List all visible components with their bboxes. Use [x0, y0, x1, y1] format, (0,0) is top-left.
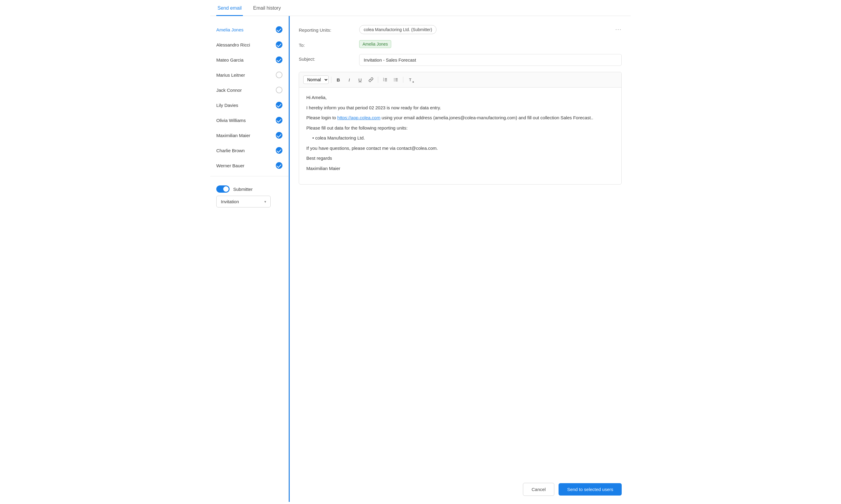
subject-row: Subject:	[299, 54, 622, 66]
body-line-2: Please login to https://app.colea.com us…	[306, 114, 614, 122]
editor-body[interactable]: Hi Amelia, I hereby inform you that peri…	[299, 88, 621, 184]
underline-button[interactable]: U	[356, 75, 364, 84]
svg-point-11	[394, 80, 395, 81]
unordered-list-button[interactable]	[392, 75, 400, 84]
to-tag: Amelia Jones	[359, 40, 391, 48]
user-item-maximilian-maier[interactable]: Maximilian Maier	[210, 128, 288, 143]
user-checkbox[interactable]	[276, 41, 283, 48]
user-name: Werner Bauer	[216, 163, 244, 168]
clear-format-button[interactable]: Tx	[406, 75, 415, 84]
ordered-list-button[interactable]: 1. 2. 3.	[381, 75, 390, 84]
user-name: Alessandro Ricci	[216, 42, 250, 48]
user-item-werner-bauer[interactable]: Werner Bauer	[210, 158, 288, 173]
user-item-amelia-jones[interactable]: Amelia Jones	[210, 22, 288, 37]
bullet-list: colea Manufactoring Ltd.	[312, 134, 614, 142]
send-button[interactable]: Send to selected users	[558, 483, 622, 496]
italic-button[interactable]: I	[345, 75, 354, 84]
signature-line: Maximilian Maier	[306, 165, 614, 173]
body-line-4: If you have questions, please contact me…	[306, 144, 614, 152]
main-layout: Amelia Jones Alessandro Ricci Mateo Garc…	[210, 16, 631, 502]
line2-pre: Please login to	[306, 115, 337, 120]
user-checkbox[interactable]	[276, 72, 283, 78]
template-dropdown[interactable]: Invitation ▾	[216, 196, 271, 208]
user-item-marius-leitner[interactable]: Marius Leitner	[210, 67, 288, 83]
subject-label: Subject:	[299, 54, 353, 61]
email-editor: Normal B I U	[299, 72, 622, 184]
user-name: Amelia Jones	[216, 27, 244, 32]
app-link[interactable]: https://app.colea.com	[337, 115, 381, 120]
line2-post: using your email address (amelia.jones@c…	[380, 115, 593, 120]
footer-actions: Cancel Send to selected users	[290, 483, 631, 502]
user-item-alessandro-ricci[interactable]: Alessandro Ricci	[210, 37, 288, 52]
user-checkbox[interactable]	[276, 132, 283, 139]
svg-point-9	[394, 78, 395, 79]
user-name: Olivia Williams	[216, 118, 246, 123]
user-checkbox[interactable]	[276, 147, 283, 154]
bold-button[interactable]: B	[334, 75, 343, 84]
toolbar-divider-1	[331, 77, 332, 83]
email-form-content: ... Reporting Units: colea Manufactoring…	[290, 16, 631, 483]
user-item-olivia-williams[interactable]: Olivia Williams	[210, 113, 288, 128]
user-checkbox[interactable]	[276, 117, 283, 124]
reporting-unit-tag: colea Manufactoring Ltd. (Submitter)	[359, 25, 436, 34]
user-name: Marius Leitner	[216, 72, 245, 78]
link-button[interactable]	[366, 75, 375, 84]
user-name: Lily Davies	[216, 103, 238, 108]
toolbar-divider-3	[403, 77, 403, 83]
tab-email-history[interactable]: Email history	[252, 0, 282, 16]
reporting-units-label: Reporting Units:	[299, 25, 353, 33]
to-label: To:	[299, 40, 353, 48]
submitter-toggle-label: Submitter	[233, 186, 253, 192]
user-item-charlie-brown[interactable]: Charlie Brown	[210, 143, 288, 158]
dropdown-value: Invitation	[221, 199, 239, 204]
reporting-units-row: Reporting Units: colea Manufactoring Ltd…	[299, 25, 622, 34]
tab-bar: Send email Email history	[210, 0, 631, 16]
user-item-lily-davies[interactable]: Lily Davies	[210, 97, 288, 113]
svg-point-10	[394, 79, 395, 80]
dots-menu-button[interactable]: ...	[615, 25, 622, 31]
submitter-toggle[interactable]	[216, 185, 230, 193]
subject-input[interactable]	[359, 54, 622, 66]
to-row: To: Amelia Jones	[299, 40, 622, 48]
body-line-3: Please fill out data for the following r…	[306, 124, 614, 132]
user-checkbox[interactable]	[276, 102, 283, 108]
user-item-mateo-garcia[interactable]: Mateo Garcia	[210, 52, 288, 67]
user-checkbox[interactable]	[276, 26, 283, 33]
chevron-down-icon: ▾	[264, 200, 266, 204]
sidebar-footer: Submitter Invitation ▾	[210, 176, 288, 214]
bullet-item-1: colea Manufactoring Ltd.	[312, 134, 614, 142]
user-name: Jack Connor	[216, 88, 241, 93]
greeting-line: Hi Amelia,	[306, 94, 614, 102]
user-name: Mateo Garcia	[216, 57, 244, 62]
tab-send-email[interactable]: Send email	[216, 0, 243, 16]
to-value: Amelia Jones	[359, 40, 622, 48]
editor-toolbar: Normal B I U	[299, 72, 621, 88]
user-list-sidebar: Amelia Jones Alessandro Ricci Mateo Garc…	[210, 16, 289, 502]
user-checkbox[interactable]	[276, 87, 283, 93]
user-name: Maximilian Maier	[216, 133, 250, 138]
body-line-1: I hereby inform you that period 02 2023 …	[306, 104, 614, 112]
submitter-toggle-row: Submitter	[210, 179, 288, 196]
user-checkbox[interactable]	[276, 56, 283, 63]
user-checkbox[interactable]	[276, 162, 283, 169]
cancel-button[interactable]: Cancel	[523, 483, 555, 496]
user-name: Charlie Brown	[216, 148, 245, 153]
user-item-jack-connor[interactable]: Jack Connor	[210, 83, 288, 97]
svg-text:3.: 3.	[383, 80, 384, 82]
reporting-units-value: colea Manufactoring Ltd. (Submitter)	[359, 25, 622, 34]
text-style-select[interactable]: Normal	[303, 75, 329, 84]
closing-line: Best regards	[306, 154, 614, 162]
subject-value	[359, 54, 622, 66]
